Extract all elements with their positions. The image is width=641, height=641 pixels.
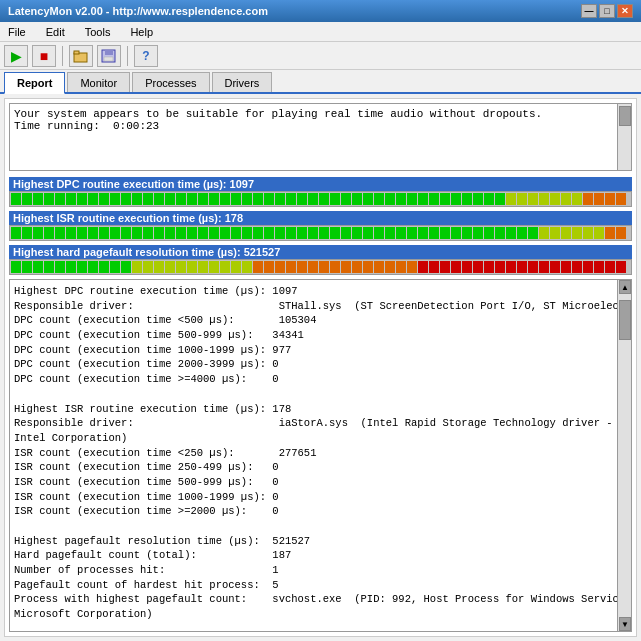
scrollbar-thumb[interactable] — [619, 300, 631, 340]
isr-section: Highest ISR routine execution time (µs):… — [9, 211, 632, 241]
svg-rect-1 — [74, 51, 79, 54]
report-status: Your system appears to be suitable for p… — [14, 108, 627, 132]
menu-tools[interactable]: Tools — [81, 25, 115, 39]
detail-text: Highest DPC routine execution time (µs):… — [10, 280, 631, 631]
toolbar-separator-2 — [127, 46, 128, 66]
detail-area: Highest DPC routine execution time (µs):… — [9, 279, 632, 632]
help-button[interactable]: ? — [134, 45, 158, 67]
tab-monitor[interactable]: Monitor — [67, 72, 130, 92]
scrollbar-down-arrow[interactable]: ▼ — [619, 617, 631, 631]
maximize-button[interactable]: □ — [599, 4, 615, 18]
menu-file[interactable]: File — [4, 25, 30, 39]
dpc-section: Highest DPC routine execution time (µs):… — [9, 177, 632, 207]
svg-rect-4 — [104, 57, 113, 61]
title-text: LatencyMon v2.00 - http://www.resplenden… — [8, 5, 268, 17]
main-panel: Your system appears to be suitable for p… — [4, 98, 637, 637]
scrollbar-thumb-up[interactable] — [619, 106, 631, 126]
tab-bar: Report Monitor Processes Drivers — [0, 70, 641, 94]
menu-help[interactable]: Help — [126, 25, 157, 39]
dpc-progress-bar — [9, 191, 632, 207]
isr-progress-bar — [9, 225, 632, 241]
detail-scrollbar[interactable]: ▲ ▼ — [617, 280, 631, 631]
report-scrollbar[interactable] — [617, 104, 631, 170]
title-bar: LatencyMon v2.00 - http://www.resplenden… — [0, 0, 641, 22]
stop-button[interactable]: ■ — [32, 45, 56, 67]
menu-bar: File Edit Tools Help — [0, 22, 641, 42]
play-button[interactable]: ▶ — [4, 45, 28, 67]
toolbar: ▶ ■ ? — [0, 42, 641, 70]
tab-report[interactable]: Report — [4, 72, 65, 94]
minimize-button[interactable]: — — [581, 4, 597, 18]
window-controls: — □ ✕ — [581, 4, 633, 18]
pagefault-label: Highest hard pagefault resolution time (… — [9, 245, 632, 259]
tab-processes[interactable]: Processes — [132, 72, 209, 92]
save-button[interactable] — [97, 45, 121, 67]
dpc-label: Highest DPC routine execution time (µs):… — [9, 177, 632, 191]
isr-label: Highest ISR routine execution time (µs):… — [9, 211, 632, 225]
pagefault-progress-bar — [9, 259, 632, 275]
tab-drivers[interactable]: Drivers — [212, 72, 273, 92]
toolbar-separator-1 — [62, 46, 63, 66]
svg-rect-3 — [105, 50, 113, 55]
menu-edit[interactable]: Edit — [42, 25, 69, 39]
open-button[interactable] — [69, 45, 93, 67]
report-text-area: Your system appears to be suitable for p… — [9, 103, 632, 171]
close-button[interactable]: ✕ — [617, 4, 633, 18]
scrollbar-up-arrow[interactable]: ▲ — [619, 280, 631, 294]
pagefault-section: Highest hard pagefault resolution time (… — [9, 245, 632, 275]
